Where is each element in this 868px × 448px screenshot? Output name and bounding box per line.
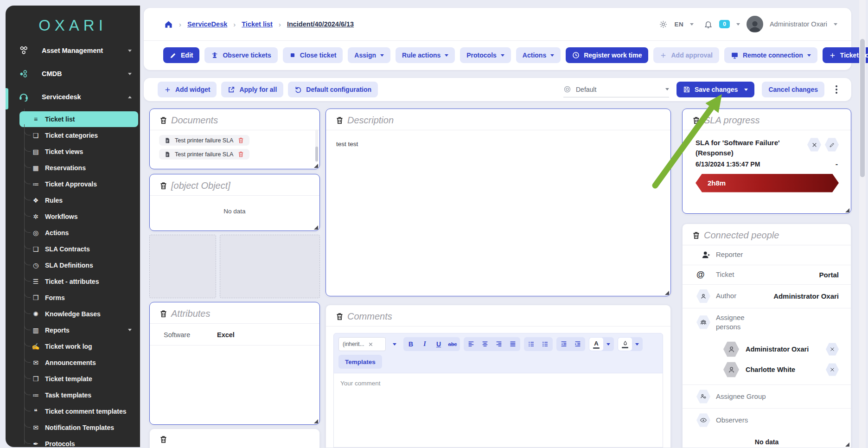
- underline-button[interactable]: U: [432, 338, 446, 351]
- page-scrollbar[interactable]: [859, 0, 866, 448]
- sidebar-item-asset-management[interactable]: Asset Management: [6, 39, 140, 62]
- rules-icon: ❖: [31, 197, 40, 204]
- sidebar-item-protocols[interactable]: ✒Protocols: [6, 435, 140, 448]
- avatar-hexagon-icon: [723, 341, 739, 357]
- language-selector[interactable]: EN: [674, 21, 683, 28]
- align-right-icon[interactable]: [492, 338, 506, 351]
- highlight-color-button[interactable]: [618, 338, 632, 351]
- sidebar-item-servicedesk[interactable]: Servicedesk: [6, 85, 140, 109]
- scrollbar-thumb[interactable]: [860, 39, 865, 177]
- breadcrumb-current-ticket[interactable]: Incident/40/2024/6/13: [287, 20, 354, 28]
- chevron-up-icon: [128, 96, 132, 98]
- bold-button[interactable]: B: [404, 338, 418, 351]
- at-icon: @: [696, 270, 716, 280]
- sidebar-item-ticket-list[interactable]: ≡Ticket list: [19, 111, 138, 127]
- widget-trash-icon[interactable]: [335, 312, 344, 321]
- font-family-select[interactable]: (inherit...: [338, 337, 386, 351]
- chevron-down-icon: [128, 329, 132, 331]
- document-item[interactable]: Test printer failure SLA: [159, 135, 249, 146]
- add-approval-button[interactable]: Add approval: [653, 47, 719, 63]
- notification-badge[interactable]: 0: [719, 20, 730, 28]
- user-menu[interactable]: Administrator Oxari: [770, 20, 827, 28]
- protocols-dropdown[interactable]: Protocols: [460, 47, 511, 63]
- align-left-icon[interactable]: [464, 338, 478, 351]
- resize-handle[interactable]: [845, 442, 849, 447]
- widget-toolbar-right: Default Save changes Cancel changes: [563, 82, 841, 97]
- resize-handle[interactable]: [665, 291, 669, 295]
- widget-trash-icon[interactable]: [692, 116, 701, 125]
- row-label: Ticket: [716, 270, 767, 279]
- clear-font-icon[interactable]: [368, 342, 373, 347]
- document-item[interactable]: Test printer failure SLA: [159, 149, 249, 160]
- outdent-icon[interactable]: [557, 338, 571, 351]
- numbered-list-icon[interactable]: [538, 338, 552, 351]
- undo-icon: [294, 86, 302, 93]
- mail-icon: ✉: [31, 424, 40, 431]
- align-justify-icon[interactable]: [506, 338, 520, 351]
- resize-handle[interactable]: [845, 208, 849, 212]
- file-icon: [164, 151, 171, 158]
- alignment-group: [464, 337, 520, 351]
- chevron-down-icon: [501, 54, 504, 57]
- description-text: test test: [326, 130, 670, 158]
- remove-assignee-icon[interactable]: [826, 343, 839, 356]
- widget-scrollbar[interactable]: [315, 129, 318, 162]
- strikethrough-button[interactable]: abc: [446, 338, 460, 351]
- widget-trash-icon[interactable]: [159, 181, 168, 190]
- observe-tickets-button[interactable]: Observe tickets: [204, 47, 277, 63]
- breadcrumb-servicedesk[interactable]: ServiceDesk: [187, 20, 227, 28]
- save-changes-button[interactable]: Save changes: [677, 82, 754, 97]
- bullet-list-icon[interactable]: [524, 338, 538, 351]
- comment-input[interactable]: [334, 373, 663, 447]
- chevron-down-icon[interactable]: [690, 23, 694, 26]
- edit-button[interactable]: Edit: [163, 47, 199, 63]
- actions-dropdown[interactable]: Actions: [516, 47, 561, 63]
- resize-handle[interactable]: [314, 225, 318, 230]
- resize-handle[interactable]: [314, 419, 318, 423]
- default-configuration-button[interactable]: Default configuration: [288, 82, 378, 97]
- breadcrumb-ticket-list[interactable]: Ticket list: [242, 20, 273, 28]
- rule-actions-dropdown[interactable]: Rule actions: [396, 47, 455, 63]
- resize-handle[interactable]: [314, 164, 318, 168]
- register-work-time-button[interactable]: Register work time: [566, 47, 648, 63]
- bell-icon[interactable]: [704, 20, 713, 29]
- person-icon: [696, 289, 716, 303]
- header-actions: EN 0 Administrator Oxari: [659, 16, 837, 32]
- widget-trash-icon[interactable]: [692, 231, 701, 240]
- chevron-down-icon[interactable]: [736, 23, 740, 26]
- edit-sla-icon[interactable]: [825, 138, 839, 152]
- align-center-icon[interactable]: [478, 338, 492, 351]
- widget-trash-icon[interactable]: [159, 309, 168, 318]
- remove-assignee-icon[interactable]: [826, 363, 839, 376]
- delete-document-icon[interactable]: [237, 151, 244, 158]
- more-options-kebab-icon[interactable]: [832, 83, 841, 96]
- chevron-down-icon[interactable]: [834, 23, 837, 26]
- sla-progress-widget: SLA progress SLA for 'Software Failure' …: [682, 109, 851, 214]
- italic-button[interactable]: I: [418, 338, 432, 351]
- group-gear-icon: [696, 390, 716, 403]
- font-color-button[interactable]: A: [589, 338, 603, 351]
- remote-connection-dropdown[interactable]: Remote connection: [724, 47, 817, 63]
- cancel-changes-button[interactable]: Cancel changes: [762, 82, 824, 97]
- indent-icon[interactable]: [571, 338, 585, 351]
- widget-trash-icon[interactable]: [159, 435, 168, 444]
- home-icon[interactable]: [164, 20, 173, 29]
- highlight-dropdown-icon[interactable]: [632, 338, 642, 351]
- add-widget-button[interactable]: Add widget: [158, 82, 217, 97]
- gear-icon[interactable]: [659, 20, 668, 29]
- avatar[interactable]: [747, 16, 763, 32]
- font-color-dropdown-icon[interactable]: [603, 338, 613, 351]
- sidebar-item-cmdb[interactable]: CMDB: [6, 62, 140, 85]
- task-template-icon: ≔: [31, 391, 40, 399]
- delete-document-icon[interactable]: [237, 137, 244, 144]
- widget-trash-icon[interactable]: [335, 116, 344, 125]
- layout-select[interactable]: Default: [563, 82, 669, 97]
- font-dropdown-icon[interactable]: [389, 338, 400, 351]
- chevron-down-icon[interactable]: [744, 89, 748, 91]
- remove-sla-icon[interactable]: [807, 138, 821, 152]
- widget-trash-icon[interactable]: [159, 116, 168, 125]
- templates-button[interactable]: Templates: [338, 355, 382, 369]
- close-ticket-button[interactable]: Close ticket: [283, 47, 343, 63]
- assign-dropdown[interactable]: Assign: [348, 47, 390, 63]
- apply-for-all-button[interactable]: Apply for all: [221, 82, 283, 97]
